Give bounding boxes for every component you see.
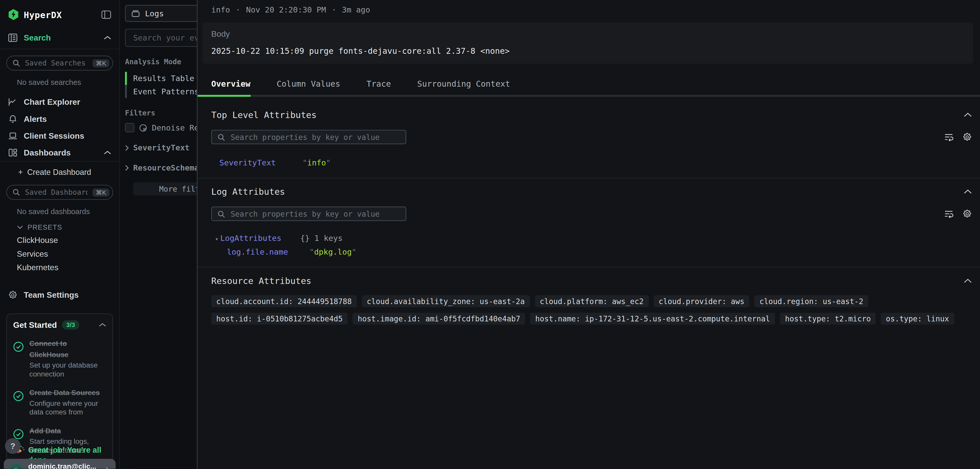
event-detail-panel: info · Nov 20 2:20:30 PM · 3m ago Body 2… bbox=[197, 0, 980, 469]
tab-column-values[interactable]: Column Values bbox=[277, 79, 340, 89]
settings-gear-icon[interactable] bbox=[963, 132, 972, 142]
attribute-key[interactable]: SeverityText bbox=[220, 158, 303, 168]
event-timestamp: Nov 20 2:20:30 PM bbox=[246, 5, 326, 14]
sidebar-item-label: Client Sessions bbox=[24, 131, 84, 141]
denoise-results-toggle[interactable]: Denoise Results bbox=[125, 123, 197, 132]
hyperdx-logo-icon bbox=[8, 9, 19, 21]
wrap-lines-icon[interactable] bbox=[944, 209, 954, 218]
resource-pill[interactable]: host.name: ip-172-31-12-5.us-east-2.comp… bbox=[530, 313, 775, 325]
collapse-section-icon[interactable] bbox=[964, 278, 972, 284]
denoise-label: Denoise Results bbox=[152, 123, 197, 132]
resource-pill[interactable]: cloud.account.id: 244449518788 bbox=[211, 295, 357, 307]
section-divider bbox=[197, 267, 980, 267]
preset-clickhouse[interactable]: ClickHouse bbox=[0, 233, 119, 247]
sidebar-item-chart-explorer[interactable]: Chart Explorer bbox=[0, 93, 119, 110]
attribute-value[interactable]: "dpkg.log" bbox=[309, 247, 356, 257]
source-select-value: Logs bbox=[145, 9, 164, 18]
sidebar-collapse-icon[interactable] bbox=[101, 10, 111, 19]
filter-group-label: SeverityText bbox=[133, 143, 189, 152]
resource-pill[interactable]: host.image.id: ami-0f5fcdfbd140e4ab7 bbox=[353, 313, 525, 325]
tab-surrounding-context[interactable]: Surrounding Context bbox=[417, 79, 510, 89]
filter-group-resourceschemaurl[interactable]: ResourceSchemaUrl bbox=[125, 163, 197, 172]
collapse-section-icon[interactable] bbox=[964, 189, 972, 194]
sidebar-item-search[interactable]: Search bbox=[0, 29, 119, 49]
get-started-step[interactable]: Create Data Sources Configure where your… bbox=[13, 386, 106, 417]
settings-gear-icon[interactable] bbox=[963, 209, 972, 219]
body-label: Body bbox=[211, 29, 964, 39]
get-started-card: Get Started 3/3 Connect to ClickHouse Se… bbox=[6, 313, 113, 463]
resource-pill[interactable]: os.type: linux bbox=[881, 313, 954, 325]
sidebar-item-client-sessions[interactable]: Client Sessions bbox=[0, 127, 119, 144]
presets-toggle[interactable]: PRESETS bbox=[0, 217, 119, 233]
tab-underline bbox=[197, 95, 980, 97]
search-icon bbox=[218, 210, 225, 217]
attribute-row: SeverityText "info" bbox=[220, 158, 972, 168]
wrap-lines-icon[interactable] bbox=[944, 133, 954, 141]
step-desc: Set up your database connection bbox=[29, 361, 106, 379]
user-menu[interactable]: D dominic.tran@clic... dominic.tran@clic… bbox=[4, 459, 116, 469]
step-desc: Configure where your data comes from bbox=[29, 399, 106, 417]
check-circle-icon bbox=[13, 390, 24, 417]
sidebar-item-team-settings[interactable]: Team Settings bbox=[0, 287, 119, 303]
attribute-key[interactable]: log.file.name bbox=[227, 247, 309, 257]
log-attributes-root[interactable]: ▾ LogAttributes {} 1 keys bbox=[215, 233, 972, 243]
get-started-badge: 3/3 bbox=[62, 320, 80, 330]
saved-searches-field[interactable] bbox=[24, 58, 89, 68]
saved-dashboards-input[interactable]: ⌘K bbox=[6, 185, 113, 200]
app-root: HyperDX Search ⌘K No saved searches bbox=[0, 0, 980, 469]
preset-kubernetes[interactable]: Kubernetes bbox=[0, 260, 119, 274]
saved-searches-input[interactable]: ⌘K bbox=[6, 55, 113, 71]
resource-pill[interactable]: cloud.availability_zone: us-east-2a bbox=[362, 295, 530, 307]
property-search-box[interactable] bbox=[211, 207, 406, 221]
property-search-input[interactable] bbox=[229, 132, 400, 142]
denoise-checkbox[interactable] bbox=[125, 123, 135, 132]
get-started-header[interactable]: Get Started 3/3 bbox=[13, 320, 106, 330]
section-title: Log Attributes bbox=[211, 187, 285, 196]
event-search-box[interactable] bbox=[125, 29, 197, 47]
divider bbox=[0, 49, 119, 49]
no-saved-searches-note: No saved searches bbox=[0, 71, 119, 88]
mode-results-table[interactable]: Results Table bbox=[125, 72, 197, 85]
sidebar-item-alerts[interactable]: Alerts bbox=[0, 110, 119, 127]
preset-services[interactable]: Services bbox=[0, 247, 119, 260]
chevron-up-icon bbox=[104, 36, 111, 40]
property-search-input[interactable] bbox=[229, 209, 400, 219]
filter-group-severitytext[interactable]: SeverityText bbox=[125, 143, 197, 152]
presets-label: PRESETS bbox=[27, 223, 62, 231]
active-tab-indicator bbox=[197, 95, 251, 97]
sidebar-item-label: Alerts bbox=[24, 114, 47, 124]
collapse-section-icon[interactable] bbox=[964, 112, 972, 117]
more-filters-button[interactable]: More filters bbox=[133, 182, 197, 195]
section-title: Resource Attributes bbox=[211, 276, 311, 286]
denoise-icon bbox=[139, 124, 148, 132]
filters-label: Filters bbox=[125, 109, 197, 117]
resource-pill-list: cloud.account.id: 244449518788 cloud.ava… bbox=[211, 295, 972, 325]
brand-name: HyperDX bbox=[24, 10, 62, 20]
resource-pill[interactable]: host.id: i-0510b81275acbe4d5 bbox=[211, 313, 348, 325]
mode-event-patterns[interactable]: Event Patterns bbox=[125, 85, 197, 98]
sidebar-item-dashboards[interactable]: Dashboards bbox=[0, 144, 119, 161]
event-search-input[interactable] bbox=[132, 32, 197, 43]
section-resource-attributes: Resource Attributes cloud.account.id: 24… bbox=[211, 276, 972, 325]
resource-pill[interactable]: cloud.platform: aws_ec2 bbox=[535, 295, 649, 307]
user-name: dominic.tran@clic... bbox=[28, 462, 100, 469]
section-top-level-attributes: Top Level Attributes bbox=[211, 110, 972, 167]
no-saved-dashboards-note: No saved dashboards bbox=[0, 200, 119, 217]
body-text: 2025-10-22 10:15:09 purge fonts-dejavu-c… bbox=[211, 46, 964, 55]
tab-overview[interactable]: Overview bbox=[211, 79, 250, 89]
tab-trace[interactable]: Trace bbox=[366, 79, 391, 89]
resource-pill[interactable]: cloud.region: us-east-2 bbox=[754, 295, 868, 307]
search-icon bbox=[218, 133, 225, 141]
property-search-box[interactable] bbox=[211, 130, 406, 144]
resource-pill[interactable]: host.type: t2.micro bbox=[780, 313, 876, 325]
create-dashboard-button[interactable]: + Create Dashboard bbox=[0, 162, 119, 178]
attribute-key[interactable]: LogAttributes bbox=[220, 233, 300, 243]
chevron-right-icon bbox=[125, 165, 129, 171]
attribute-value[interactable]: "info" bbox=[302, 158, 331, 168]
logs-source-icon bbox=[131, 10, 140, 17]
plus-icon: + bbox=[18, 167, 23, 177]
saved-dashboards-field[interactable] bbox=[24, 187, 89, 197]
source-select[interactable]: Logs bbox=[125, 5, 197, 22]
resource-pill[interactable]: cloud.provider: aws bbox=[654, 295, 749, 307]
get-started-step[interactable]: Connect to ClickHouse Set up your databa… bbox=[13, 337, 106, 379]
